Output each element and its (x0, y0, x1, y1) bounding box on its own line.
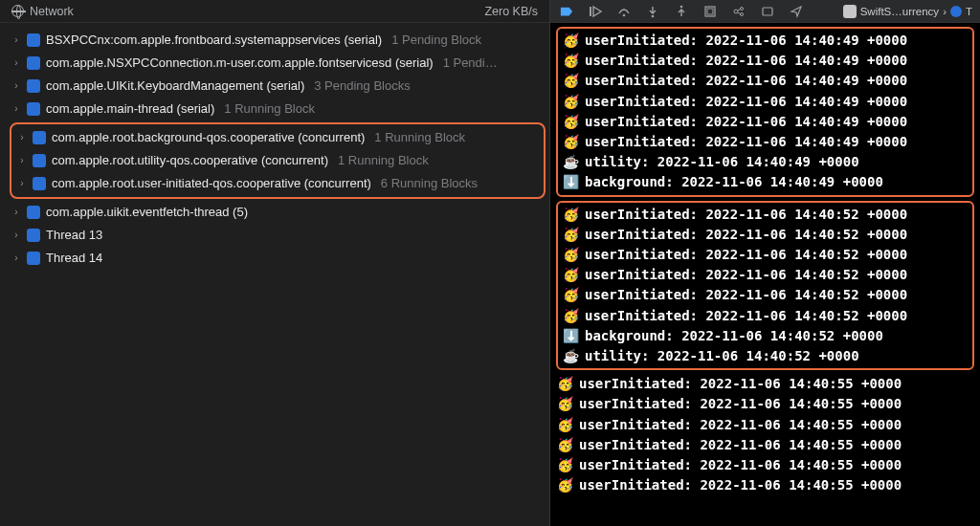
chevron-right-icon[interactable]: › (11, 248, 21, 269)
log-text: userInitiated: 2022-11-06 14:40:49 +0000 (585, 51, 907, 71)
location-icon[interactable] (788, 4, 805, 19)
log-emoji-icon: 🥳 (562, 205, 579, 225)
thread-row[interactable]: ›com.apple.NSXPCConnection.m-user.com.ap… (8, 52, 549, 75)
thread-row[interactable]: ›com.apple.root.utility-qos.cooperative … (13, 149, 542, 172)
log-text: userInitiated: 2022-11-06 14:40:52 +0000 (585, 225, 907, 245)
log-emoji-icon: ⬇️ (562, 172, 579, 192)
log-line: 🥳userInitiated: 2022-11-06 14:40:55 +000… (556, 475, 974, 495)
log-line: 🥳userInitiated: 2022-11-06 14:40:49 +000… (562, 92, 969, 112)
log-emoji-icon: 🥳 (562, 112, 579, 132)
thread-row[interactable]: ›com.apple.main-thread (serial)1 Running… (8, 98, 549, 121)
thread-name: Thread 13 (46, 225, 102, 246)
log-text: userInitiated: 2022-11-06 14:40:52 +0000 (585, 265, 907, 285)
log-emoji-icon: 🥳 (556, 475, 573, 495)
queue-icon (27, 206, 40, 219)
thread-name: com.apple.root.user-initiated-qos.cooper… (52, 173, 371, 194)
app-icon (843, 5, 857, 18)
log-text: userInitiated: 2022-11-06 14:40:55 +0000 (579, 455, 902, 475)
log-emoji-icon: 🥳 (562, 31, 579, 51)
chevron-right-icon[interactable]: › (11, 99, 21, 120)
log-emoji-icon: 🥳 (562, 306, 579, 326)
thread-name: com.apple.root.background-qos.cooperativ… (52, 127, 365, 148)
thread-status: 3 Pending Blocks (314, 76, 410, 97)
log-emoji-icon: ☕️ (562, 346, 579, 366)
log-line: 🥳userInitiated: 2022-11-06 14:40:49 +000… (562, 112, 969, 132)
chevron-right-icon[interactable]: › (11, 30, 21, 51)
thread-row[interactable]: ›com.apple.UIKit.KeyboardManagement (ser… (8, 75, 549, 98)
log-line: 🥳userInitiated: 2022-11-06 14:40:49 +000… (562, 71, 969, 91)
memory-graph-icon[interactable] (730, 4, 747, 19)
thread-status: 1 Pending Block (391, 30, 481, 51)
thread-name: Thread 14 (46, 248, 102, 269)
continue-icon[interactable] (587, 4, 604, 19)
thread-row[interactable]: ›com.apple.uikit.eventfetch-thread (5) (8, 201, 549, 224)
chevron-right-icon[interactable]: › (11, 53, 21, 74)
log-text: userInitiated: 2022-11-06 14:40:52 +0000 (585, 306, 907, 326)
network-icon (11, 5, 24, 17)
log-line: 🥳userInitiated: 2022-11-06 14:40:55 +000… (556, 374, 974, 394)
step-into-icon[interactable] (644, 4, 661, 19)
log-emoji-icon: 🥳 (562, 285, 579, 305)
log-text: utility: 2022-11-06 14:40:49 +0000 (585, 152, 859, 172)
log-line: 🥳userInitiated: 2022-11-06 14:40:49 +000… (562, 31, 969, 51)
step-out-icon[interactable] (673, 4, 690, 19)
log-line: 🥳userInitiated: 2022-11-06 14:40:52 +000… (562, 245, 969, 265)
thread-status: 1 Running Block (338, 150, 429, 171)
log-line: ⬇️background: 2022-11-06 14:40:49 +0000 (562, 172, 969, 192)
log-emoji-icon: ☕️ (562, 152, 579, 172)
log-emoji-icon: 🥳 (562, 132, 579, 152)
log-emoji-icon: 🥳 (562, 71, 579, 91)
environment-icon[interactable] (759, 4, 776, 19)
thread-row[interactable]: ›Thread 13 (8, 224, 549, 247)
log-text: userInitiated: 2022-11-06 14:40:55 +0000 (579, 415, 902, 435)
network-rate: Zero KB/s (484, 5, 538, 18)
thread-name: com.apple.UIKit.KeyboardManagement (seri… (46, 76, 304, 97)
queue-icon (27, 33, 40, 47)
chevron-right-icon[interactable]: › (11, 202, 21, 223)
log-line: 🥳userInitiated: 2022-11-06 14:40:55 +000… (556, 455, 974, 475)
log-text: userInitiated: 2022-11-06 14:40:49 +0000 (585, 31, 907, 51)
queue-icon (33, 177, 46, 190)
log-text: userInitiated: 2022-11-06 14:40:52 +0000 (585, 205, 907, 225)
thread-icon (27, 252, 40, 265)
left-header: Network Zero KB/s (0, 0, 549, 23)
thread-list[interactable]: ›BSXPCCnx:com.apple.frontboard.systemapp… (0, 23, 549, 270)
log-emoji-icon: 🥳 (556, 394, 573, 414)
log-text: userInitiated: 2022-11-06 14:40:49 +0000 (585, 71, 907, 91)
highlighted-log-group: 🥳userInitiated: 2022-11-06 14:40:52 +000… (556, 201, 974, 371)
breadcrumb[interactable]: SwiftS…urrency › T (843, 5, 972, 18)
log-emoji-icon: ⬇️ (562, 326, 579, 346)
chevron-right-icon[interactable]: › (17, 127, 27, 148)
chevron-right-icon[interactable]: › (17, 150, 27, 171)
chevron-right-icon[interactable]: › (11, 76, 21, 97)
thread-row[interactable]: ›com.apple.root.user-initiated-qos.coope… (13, 172, 542, 195)
breakpoint-toggle-icon[interactable] (558, 4, 575, 19)
log-text: background: 2022-11-06 14:40:49 +0000 (585, 172, 883, 192)
log-line: 🥳userInitiated: 2022-11-06 14:40:55 +000… (556, 415, 974, 435)
debug-view-icon[interactable] (702, 4, 719, 19)
log-line: 🥳userInitiated: 2022-11-06 14:40:49 +000… (562, 51, 969, 71)
log-line: 🥳userInitiated: 2022-11-06 14:40:52 +000… (562, 265, 969, 285)
log-emoji-icon: 🥳 (556, 374, 573, 394)
log-emoji-icon: 🥳 (562, 92, 579, 112)
log-line: 🥳userInitiated: 2022-11-06 14:40:49 +000… (562, 132, 969, 152)
chevron-right-icon[interactable]: › (17, 173, 27, 194)
log-text: userInitiated: 2022-11-06 14:40:49 +0000 (585, 132, 907, 152)
step-over-icon[interactable] (615, 4, 633, 19)
thread-row[interactable]: ›com.apple.root.background-qos.cooperati… (13, 126, 542, 149)
console-output[interactable]: 🥳userInitiated: 2022-11-06 14:40:49 +000… (550, 23, 980, 526)
breadcrumb-app: SwiftS…urrency (860, 6, 939, 17)
log-emoji-icon: 🥳 (562, 265, 579, 285)
log-text: userInitiated: 2022-11-06 14:40:49 +0000 (585, 92, 907, 112)
thread-row[interactable]: ›Thread 14 (8, 247, 549, 270)
debug-navigator-pane: Network Zero KB/s ›BSXPCCnx:com.apple.fr… (0, 0, 549, 526)
thread-status: 6 Running Blocks (381, 173, 478, 194)
svg-rect-9 (763, 8, 772, 15)
log-text: userInitiated: 2022-11-06 14:40:52 +0000 (585, 245, 907, 265)
log-text: userInitiated: 2022-11-06 14:40:55 +0000 (579, 394, 902, 414)
log-emoji-icon: 🥳 (562, 245, 579, 265)
log-line: ☕️utility: 2022-11-06 14:40:52 +0000 (562, 346, 969, 366)
thread-name: com.apple.uikit.eventfetch-thread (5) (46, 202, 248, 223)
chevron-right-icon[interactable]: › (11, 225, 21, 246)
thread-row[interactable]: ›BSXPCCnx:com.apple.frontboard.systemapp… (8, 29, 549, 52)
